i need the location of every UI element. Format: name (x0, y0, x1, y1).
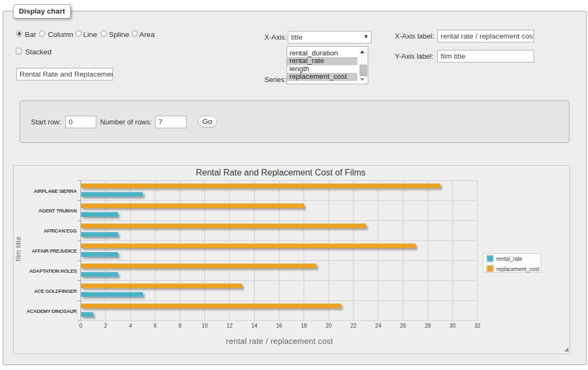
svg-text:18: 18 (301, 323, 307, 329)
svg-text:rental rate / replacement cost: rental rate / replacement cost (226, 337, 333, 346)
svg-text:24: 24 (375, 323, 382, 329)
svg-text:10: 10 (202, 323, 208, 329)
svg-text:film title: film title (14, 236, 22, 261)
svg-text:30: 30 (450, 323, 456, 329)
svg-text:ACE GOLDFINGER: ACE GOLDFINGER (34, 289, 77, 294)
svg-text:AFFAIR PREJUDICE: AFFAIR PREJUDICE (32, 248, 77, 254)
svg-text:Rental Rate and Replacement Co: Rental Rate and Replacement Cost of Film… (196, 168, 366, 177)
svg-text:ADAPTATION HOLES: ADAPTATION HOLES (29, 268, 77, 274)
svg-text:16: 16 (276, 323, 283, 329)
svg-text:AIRPLANE SIERRA: AIRPLANE SIERRA (34, 189, 77, 194)
svg-text:12: 12 (226, 323, 233, 329)
svg-text:20: 20 (326, 323, 332, 329)
svg-text:6: 6 (153, 323, 157, 329)
svg-text:26: 26 (400, 323, 406, 329)
svg-text:AFRICAN EGG: AFRICAN EGG (44, 228, 77, 234)
svg-text:14: 14 (251, 323, 258, 329)
svg-text:4: 4 (129, 323, 132, 329)
svg-text:2: 2 (104, 323, 107, 329)
svg-text:32: 32 (474, 323, 481, 329)
svg-text:28: 28 (425, 323, 431, 329)
svg-text:AGENT TRUMAN: AGENT TRUMAN (39, 208, 77, 214)
svg-text:ACADEMY DINOSAUR: ACADEMY DINOSAUR (27, 309, 77, 314)
svg-text:rental_rate: rental_rate (497, 256, 523, 262)
svg-text:22: 22 (350, 323, 357, 329)
svg-text:replacement_cost: replacement_cost (497, 266, 540, 272)
svg-text:8: 8 (178, 323, 182, 329)
svg-text:0: 0 (79, 323, 83, 329)
